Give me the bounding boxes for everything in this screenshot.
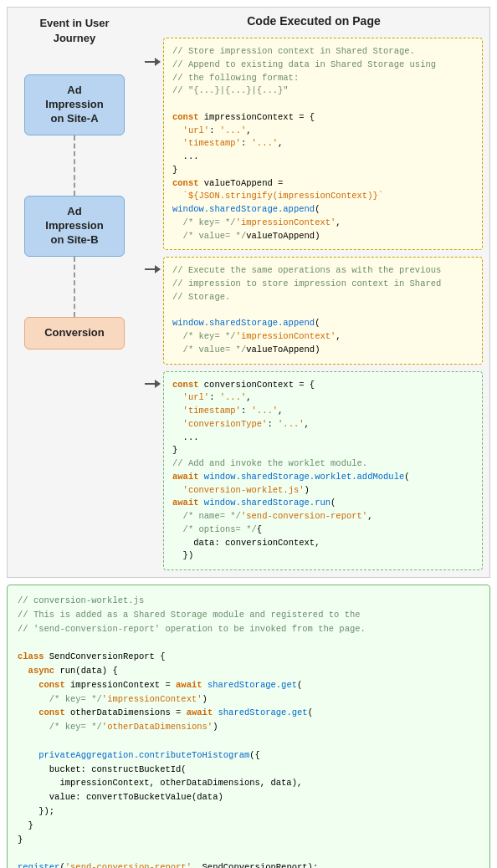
right-column-header: Code Executed on Page — [145, 14, 483, 28]
left-column-header: Event in UserJourney — [8, 8, 141, 51]
arrow-3 — [145, 371, 163, 385]
top-section: Event in UserJourney Ad Impressionon Sit… — [7, 7, 490, 578]
arrow-2 — [145, 257, 163, 270]
arrow-line-3 — [145, 383, 160, 385]
arrow-line-2 — [145, 268, 160, 270]
code-block-2: // Execute the same operations as with t… — [163, 257, 483, 364]
dashed-line-1 — [74, 135, 75, 196]
arrow-1 — [145, 38, 163, 63]
event-ad-impression-a: Ad Impressionon Site-A — [24, 74, 125, 135]
bottom-code-section: // conversion-worklet.js // This is adde… — [7, 585, 490, 868]
right-column: Code Executed on Page // Store impressio… — [141, 8, 489, 577]
code-block-3: const conversionContext = { 'url': '...'… — [163, 371, 483, 571]
event-ad-impression-b: Ad Impressionon Site-B — [24, 196, 125, 257]
arrow-line-1 — [145, 61, 160, 63]
dashed-line-2 — [74, 257, 75, 317]
main-container: Event in UserJourney Ad Impressionon Sit… — [0, 0, 497, 868]
event-conversion: Conversion — [24, 317, 125, 350]
code-block-1: // Store impression context in Shared St… — [163, 38, 483, 250]
